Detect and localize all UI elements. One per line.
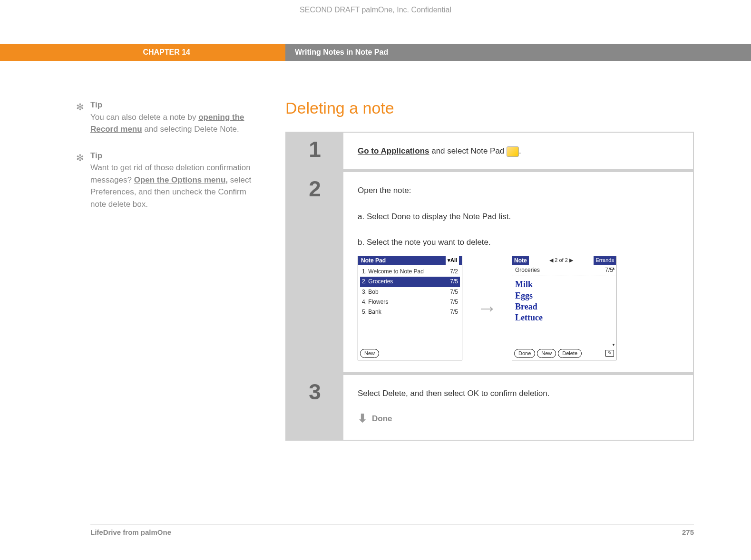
tip-text: You can also delete a note by <box>90 113 198 122</box>
note-category[interactable]: Errands <box>594 256 616 265</box>
step-1: 1 Go to Applications and select Note Pad… <box>286 133 693 169</box>
palm-app-title: Note Pad <box>361 256 386 265</box>
footer-page-number: 275 <box>682 528 694 536</box>
footer-product: LifeDrive from palmOne <box>90 528 171 536</box>
star-icon: ✻ <box>76 151 84 165</box>
step-2: 2 Open the note: a. Select Done to displ… <box>286 172 693 372</box>
step-text: and select Note Pad <box>429 146 507 155</box>
palm-list-footer: New <box>360 349 379 358</box>
step-body: Go to Applications and select Note Pad . <box>343 133 693 169</box>
step-number: 3 <box>286 375 343 440</box>
palm-list: 1. Welcome to Note Pad7/2 2. Groceries7/… <box>358 265 462 319</box>
done-button[interactable]: Done <box>514 349 535 358</box>
palm-note-header: Note ◀ 2 of 2 ▶ Errands <box>512 256 616 265</box>
done-marker: ⬇ Done <box>358 409 679 427</box>
done-arrow-icon: ⬇ <box>358 409 367 427</box>
screenshots-row: Note Pad ▾ All 1. Welcome to Note Pad7/2… <box>358 256 679 360</box>
handwriting-line: Eggs <box>515 290 613 301</box>
step-sub-a: a. Select Done to display the Note Pad l… <box>358 210 679 223</box>
note-title-row: Groceries 7/5 <box>512 265 616 276</box>
step-body: Select Delete, and then select OK to con… <box>343 375 693 440</box>
step-number: 2 <box>286 172 343 372</box>
arrow-icon: → <box>477 291 497 325</box>
goto-applications-link[interactable]: Go to Applications <box>358 146 429 155</box>
section-title: Deleting a note <box>285 99 694 117</box>
page-footer: LifeDrive from palmOne 275 <box>90 524 694 536</box>
tip-text-after: and selecting Delete Note. <box>142 125 239 134</box>
chapter-bar: CHAPTER 14 Writing Notes in Note Pad <box>0 44 751 61</box>
done-label: Done <box>372 412 392 425</box>
tip-label: Tip <box>90 100 102 109</box>
steps-container: 1 Go to Applications and select Note Pad… <box>285 132 694 441</box>
tip-block-1: ✻ Tip You can also delete a note by open… <box>90 99 257 135</box>
new-button[interactable]: New <box>360 349 379 358</box>
tip-link-options-menu[interactable]: Open the Options menu, <box>134 175 228 184</box>
note-position-nav[interactable]: ◀ 2 of 2 ▶ <box>549 256 573 265</box>
list-item-selected[interactable]: 2. Groceries7/5 <box>360 277 460 287</box>
palm-app-title: Note <box>512 256 529 265</box>
step-number: 1 <box>286 133 343 169</box>
handwriting-line: Bread <box>515 301 613 312</box>
tip-block-2: ✻ Tip Want to get rid of those deletion … <box>90 150 257 211</box>
step-period: . <box>519 146 521 155</box>
handwriting-line: Lettuce <box>515 312 613 323</box>
new-button[interactable]: New <box>537 349 556 358</box>
palm-note-footer: Done New Delete ✎ <box>514 349 614 358</box>
chapter-number: CHAPTER 14 <box>0 44 285 61</box>
list-item[interactable]: 5. Bank7/5 <box>360 307 460 317</box>
confidential-header: SECOND DRAFT palmOne, Inc. Confidential <box>0 0 751 20</box>
note-canvas[interactable]: Milk Eggs Bread Lettuce <box>512 276 616 327</box>
palm-list-screen: Note Pad ▾ All 1. Welcome to Note Pad7/2… <box>358 256 462 360</box>
star-icon: ✻ <box>76 100 84 114</box>
content-area: Deleting a note 1 Go to Applications and… <box>285 99 751 441</box>
handwriting-line: Milk <box>515 279 613 290</box>
sidebar: ✻ Tip You can also delete a note by open… <box>0 99 285 441</box>
delete-button[interactable]: Delete <box>558 349 582 358</box>
note-title: Groceries <box>515 266 540 275</box>
step-text: Select Delete, and then select OK to con… <box>358 387 679 400</box>
step-sub-b: b. Select the note you want to delete. <box>358 236 679 249</box>
notepad-icon <box>507 146 519 157</box>
scroll-indicator[interactable]: ▲▼ <box>612 266 615 348</box>
step-body: Open the note: a. Select Done to display… <box>343 172 693 372</box>
step-intro: Open the note: <box>358 184 679 197</box>
list-item[interactable]: 3. Bob7/5 <box>360 287 460 297</box>
step-3: 3 Select Delete, and then select OK to c… <box>286 375 693 440</box>
palm-note-screen: Note ◀ 2 of 2 ▶ Errands Groceries 7/5 Mi… <box>512 256 616 360</box>
list-item[interactable]: 1. Welcome to Note Pad7/2 <box>360 267 460 277</box>
palm-category-selector[interactable]: ▾ All <box>446 256 459 265</box>
chapter-title: Writing Notes in Note Pad <box>285 44 751 61</box>
list-item[interactable]: 4. Flowers7/5 <box>360 297 460 307</box>
palm-list-header: Note Pad ▾ All <box>358 256 462 265</box>
tip-label: Tip <box>90 151 102 160</box>
pen-icon[interactable]: ✎ <box>605 350 614 357</box>
